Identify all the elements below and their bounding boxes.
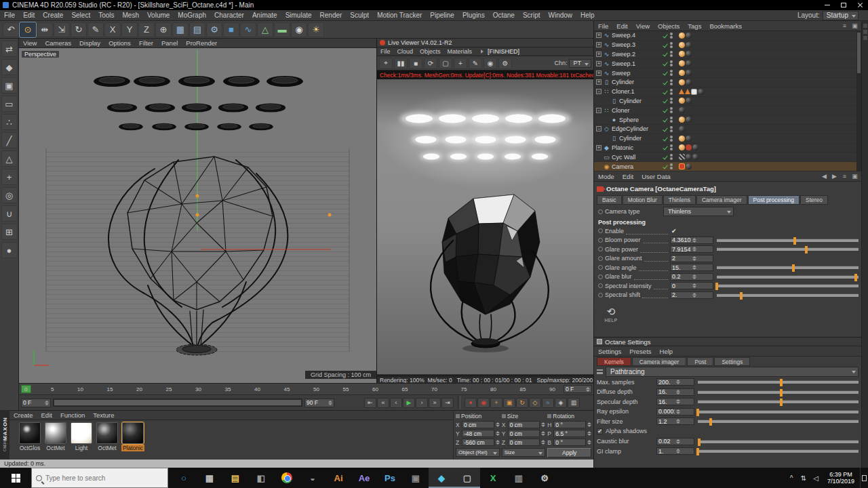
file-explorer-icon[interactable]: ▤	[222, 468, 248, 488]
dock-edge-strip[interactable]	[861, 21, 868, 468]
phong-tag-icon[interactable]	[679, 60, 685, 66]
help-button[interactable]: ⟲ HELP	[601, 306, 621, 323]
expand-toggle[interactable]: +	[596, 52, 601, 57]
app-icon-3[interactable]: ▣	[403, 468, 429, 488]
tray-network-icon[interactable]: ⇅	[797, 474, 810, 482]
viewport-menu-item[interactable]: ProRender	[182, 39, 221, 47]
value-slider[interactable]	[698, 440, 859, 443]
attribute-menu-item[interactable]: User Data	[637, 173, 675, 180]
enabled-check-icon[interactable]	[662, 136, 669, 141]
render-settings-button[interactable]: ⚙	[206, 22, 222, 37]
workplane-snap-icon[interactable]: ⊞	[1, 224, 18, 240]
spinner[interactable]	[692, 247, 711, 251]
enabled-check-icon[interactable]	[662, 33, 669, 38]
enabled-check-icon[interactable]	[662, 70, 669, 75]
lv-pause-icon[interactable]: ▮▮	[394, 58, 408, 69]
excel-icon[interactable]: X	[480, 468, 506, 488]
cinema4d-icon[interactable]: ◆	[429, 468, 454, 488]
mat-tag-icon[interactable]	[686, 98, 692, 104]
visibility-dots[interactable]	[669, 70, 674, 76]
phong-tag-icon[interactable]	[679, 117, 685, 123]
key-scale-button[interactable]: ▣	[503, 398, 515, 408]
floor-button[interactable]: ▬	[274, 22, 290, 37]
octane-tab[interactable]: Camera imager	[632, 357, 687, 366]
alpha-shadows-checkbox[interactable]: ✔	[597, 428, 603, 434]
edges-mode-icon[interactable]: ╱	[1, 132, 18, 148]
phong-tag-icon[interactable]	[679, 136, 685, 142]
undo-icon[interactable]: ↶	[3, 22, 19, 37]
subdivision-surface-button[interactable]: △	[257, 22, 273, 37]
value-slider[interactable]	[698, 420, 859, 423]
animation-dot-icon[interactable]	[598, 247, 603, 251]
visibility-dots[interactable]	[669, 163, 674, 169]
spinner[interactable]	[692, 256, 711, 261]
tri-tag-icon[interactable]	[679, 89, 684, 94]
cortana-icon[interactable]: ○	[171, 468, 197, 488]
texture-mode-icon[interactable]: ▣	[1, 77, 18, 94]
expand-toggle[interactable]: +	[596, 61, 601, 66]
mat-tag-icon[interactable]	[686, 136, 692, 142]
phong-tag-icon[interactable]	[679, 70, 685, 76]
object-row[interactable]: + ▯ Cylinder	[594, 78, 861, 87]
material-item[interactable]: OctMet	[43, 422, 68, 451]
object-label[interactable]: Sweep.4	[612, 32, 635, 39]
attribute-tab[interactable]: Basic	[597, 195, 622, 205]
menu-item[interactable]: Plugins	[458, 12, 489, 19]
menu-item[interactable]: Help	[576, 12, 599, 19]
tray-volume-icon[interactable]: ◁	[810, 474, 822, 482]
mat-tag-icon[interactable]	[698, 89, 704, 95]
object-label[interactable]: Sweep	[612, 70, 631, 77]
snapping-icon[interactable]: ∪	[1, 205, 18, 222]
menu-item[interactable]: Volume	[143, 12, 174, 19]
z-axis-lock-button[interactable]: Z	[138, 22, 155, 37]
menu-item[interactable]: MoGraph	[174, 12, 210, 19]
value-field[interactable]: 0.0001	[656, 408, 694, 415]
menu-icon[interactable]	[597, 369, 603, 374]
lv-region-render-icon[interactable]: ▢	[439, 58, 452, 69]
menu-item[interactable]: Tools	[94, 12, 118, 19]
octane-live-icon[interactable]: ▢	[454, 468, 480, 488]
key-parameter-button[interactable]: ◇	[529, 398, 541, 408]
phong-tag-icon[interactable]	[679, 144, 685, 150]
value-slider[interactable]	[698, 410, 859, 413]
am-filter-icon[interactable]: ≡	[840, 173, 849, 180]
enabled-check-icon[interactable]	[662, 108, 669, 113]
object-label[interactable]: Cylinder	[619, 135, 642, 142]
value-slider[interactable]	[698, 380, 859, 384]
slider-thumb[interactable]	[780, 389, 783, 396]
spinner[interactable]	[676, 439, 692, 444]
chrome-icon[interactable]	[274, 468, 300, 488]
menu-item[interactable]: Script	[519, 12, 545, 19]
app-icon-4[interactable]: ▥	[506, 468, 532, 488]
menu-item[interactable]: Character	[210, 12, 248, 19]
object-label[interactable]: Cyc Wall	[612, 154, 635, 161]
timeline-scrollbar[interactable]	[53, 399, 302, 407]
object-row[interactable]: + ◆ Platonic	[594, 144, 861, 153]
next-key-button[interactable]: »	[429, 398, 441, 408]
material-item[interactable]: OctGlos	[18, 422, 42, 451]
history-back-icon[interactable]: ◀	[820, 173, 829, 180]
slider-thumb[interactable]	[805, 246, 808, 253]
record-keyframe-button[interactable]: ●	[465, 398, 477, 408]
material-menu-item[interactable]: Texture	[89, 411, 118, 419]
object-label[interactable]: Cylinder	[612, 79, 634, 85]
enabled-check-icon[interactable]	[662, 52, 669, 56]
expand-toggle[interactable]: +	[596, 70, 601, 76]
octcam-tag-icon[interactable]	[679, 163, 685, 169]
size-x-field[interactable]: 0 cm	[508, 421, 540, 428]
expand-toggle[interactable]: -	[596, 126, 601, 131]
value-field[interactable]: 1.2	[656, 418, 694, 425]
phong-tag-icon[interactable]	[679, 42, 685, 48]
mat-tag-icon[interactable]	[686, 51, 692, 57]
material-menu-item[interactable]: Create	[9, 411, 37, 419]
mat-tag-icon[interactable]	[686, 42, 692, 48]
visibility-dots[interactable]	[669, 144, 674, 150]
visibility-dots[interactable]	[669, 89, 674, 95]
current-frame-field[interactable]: 0 F	[564, 385, 592, 393]
mat-tag-icon[interactable]	[686, 79, 692, 85]
octane-tab[interactable]: Kernels	[597, 357, 631, 366]
slider-thumb[interactable]	[793, 237, 796, 245]
enabled-check-icon[interactable]	[662, 61, 669, 66]
value-field[interactable]: 0.02	[656, 438, 694, 445]
scale-tool-icon[interactable]: ⇲	[54, 22, 70, 37]
